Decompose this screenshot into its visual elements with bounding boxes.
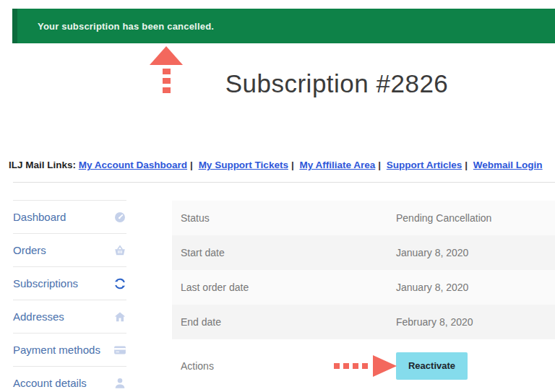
row-label: Status bbox=[172, 212, 396, 224]
table-row-actions: Actions Reactivate bbox=[172, 339, 555, 392]
link-webmail-login[interactable]: Webmail Login bbox=[473, 160, 543, 170]
sidebar-item-subscriptions[interactable]: Subscriptions bbox=[13, 266, 126, 300]
status-value: Pending Cancellation bbox=[396, 212, 491, 224]
row-label: Start date bbox=[172, 247, 396, 258]
link-separator: | bbox=[187, 160, 196, 170]
sidebar-item-label: Payment methods bbox=[13, 344, 100, 356]
sidebar-item-label: Addresses bbox=[13, 310, 64, 323]
sidebar-item-label: Subscriptions bbox=[13, 277, 78, 289]
page-title: Subscription #2826 bbox=[120, 69, 554, 98]
table-row-end-date: End date February 8, 2020 bbox=[172, 305, 555, 339]
start-date-value: January 8, 2020 bbox=[396, 247, 468, 258]
right-arrow-head-icon bbox=[373, 355, 397, 377]
sidebar-item-orders[interactable]: Orders bbox=[13, 233, 126, 266]
table-row-start-date: Start date January 8, 2020 bbox=[172, 235, 555, 270]
basket-icon bbox=[113, 244, 126, 257]
sync-icon bbox=[113, 277, 126, 290]
sidebar-item-dashboard[interactable]: Dashboard bbox=[13, 200, 126, 233]
content-top-divider bbox=[13, 182, 555, 183]
sidebar-item-payment-methods[interactable]: Payment methods bbox=[13, 333, 126, 366]
sidebar-item-label: Orders bbox=[13, 244, 46, 256]
quicklinks-bar: ILJ Mail Links: My Account Dashboard| My… bbox=[9, 160, 555, 170]
cancellation-notice-banner: Your subscription has been cancelled. bbox=[12, 9, 555, 43]
sidebar-item-label: Account details bbox=[13, 377, 87, 389]
dashboard-gauge-icon bbox=[113, 211, 126, 224]
right-arrow-dash bbox=[353, 363, 358, 369]
right-arrow-dash bbox=[334, 363, 340, 369]
link-separator: | bbox=[375, 160, 384, 170]
link-my-support-tickets[interactable]: My Support Tickets bbox=[199, 160, 288, 170]
sidebar-item-label: Dashboard bbox=[13, 211, 66, 223]
sidebar-item-account-details[interactable]: Account details bbox=[13, 366, 126, 392]
table-row-last-order-date: Last order date January 8, 2020 bbox=[172, 270, 555, 305]
row-label: End date bbox=[172, 316, 396, 328]
link-separator: | bbox=[288, 160, 297, 170]
quicklinks-prefix: ILJ Mail Links: bbox=[9, 160, 76, 170]
link-support-articles[interactable]: Support Articles bbox=[387, 160, 462, 170]
link-my-affiliate-area[interactable]: My Affiliate Area bbox=[299, 160, 375, 170]
annotation-right-arrow bbox=[334, 355, 397, 377]
end-date-value: February 8, 2020 bbox=[396, 316, 473, 328]
account-sidebar: Dashboard Orders Subscriptions Addresses… bbox=[13, 200, 126, 392]
right-arrow-dash bbox=[343, 363, 349, 369]
reactivate-button[interactable]: Reactivate bbox=[396, 352, 468, 380]
row-label: Last order date bbox=[172, 282, 396, 293]
user-icon bbox=[113, 377, 126, 390]
last-order-date-value: January 8, 2020 bbox=[396, 282, 468, 293]
banner-message: Your subscription has been cancelled. bbox=[38, 21, 214, 32]
right-arrow-dash bbox=[362, 363, 368, 369]
link-separator: | bbox=[462, 160, 470, 170]
credit-card-icon bbox=[113, 344, 126, 357]
link-my-account-dashboard[interactable]: My Account Dashboard bbox=[79, 160, 187, 170]
up-arrow-head-icon bbox=[150, 46, 183, 65]
sidebar-item-addresses[interactable]: Addresses bbox=[13, 300, 126, 333]
table-row-status: Status Pending Cancellation bbox=[172, 201, 555, 235]
home-icon bbox=[113, 310, 126, 323]
subscription-details-table: Status Pending Cancellation Start date J… bbox=[172, 201, 555, 392]
